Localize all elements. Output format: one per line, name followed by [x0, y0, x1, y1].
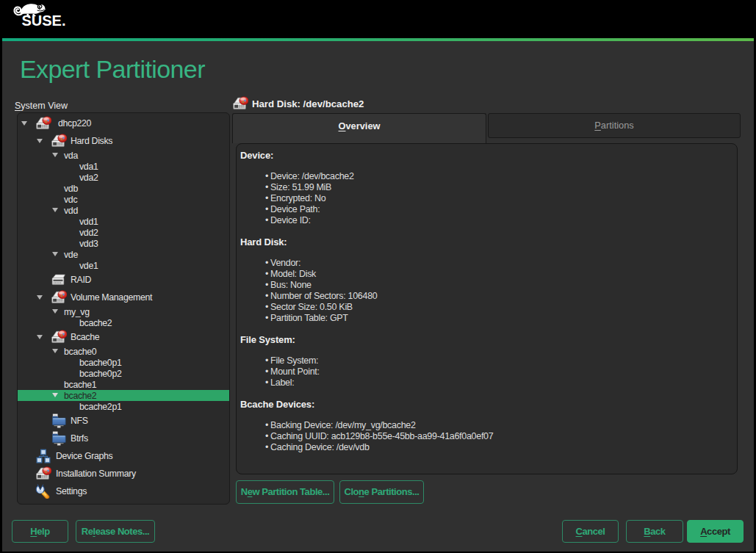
svg-text:SUSE.: SUSE. [22, 12, 66, 29]
